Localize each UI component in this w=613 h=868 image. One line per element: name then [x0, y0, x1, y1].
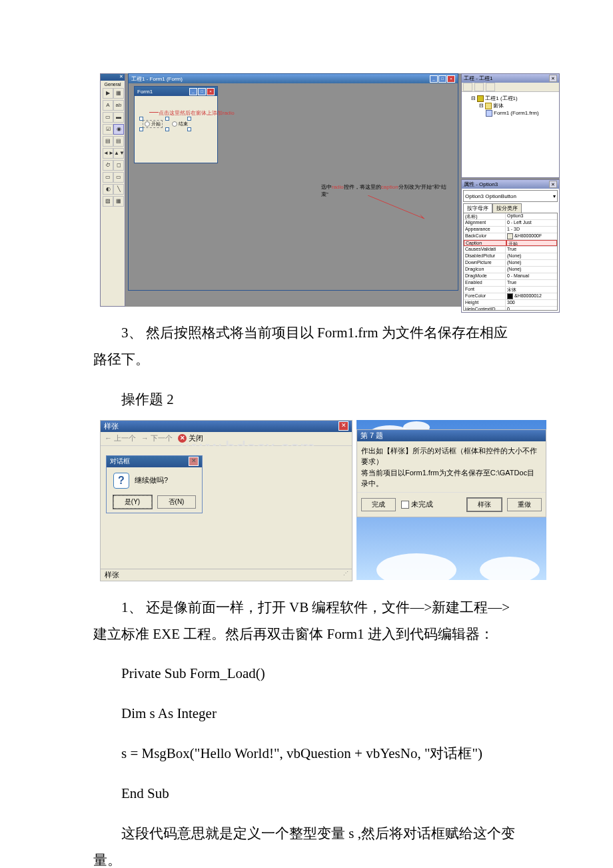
close-icon[interactable]: × — [207, 88, 215, 95]
view-object-icon[interactable] — [474, 83, 484, 91]
maximize-icon[interactable]: □ — [198, 88, 206, 95]
tool-drivelist[interactable]: ◻ — [113, 160, 124, 171]
radio-icon — [172, 121, 177, 127]
tab-categorized[interactable]: 按分类序 — [492, 203, 522, 213]
property-value[interactable]: 300 — [506, 300, 557, 306]
object-selector[interactable]: Option3 OptionButton ▾ — [463, 190, 558, 202]
property-value[interactable]: 1 - 3D — [506, 227, 557, 233]
tool-frame[interactable]: ▭ — [103, 112, 113, 123]
minimize-icon[interactable]: _ — [189, 88, 197, 95]
undone-checkbox[interactable]: 未完成 — [401, 499, 433, 509]
resize-grip-icon[interactable]: ⋰ — [343, 570, 348, 580]
nav-next-button[interactable]: → 下一个 — [141, 433, 173, 443]
tool-checkbox[interactable]: ☑ — [103, 124, 113, 135]
yes-button[interactable]: 是(Y) — [113, 495, 152, 509]
nav-close-button[interactable]: ✕ 关闭 — [178, 433, 203, 443]
tree-folder: 窗体 — [493, 103, 504, 109]
property-row[interactable]: ForeColor&H80000012 — [464, 293, 557, 300]
form-designer[interactable]: Form1 _ □ × 点击这里然后在窗体上添加radio — [134, 86, 218, 163]
property-row[interactable]: Alignment0 - Left Just — [464, 220, 557, 227]
option-label-end: 结束 — [179, 121, 188, 127]
property-row[interactable]: Height300 — [464, 300, 557, 307]
property-row[interactable]: DisabledPictur(None) — [464, 253, 557, 260]
property-value[interactable]: 0 - Manual — [506, 273, 557, 279]
nav-prev-button[interactable]: ← 上一个 — [105, 433, 136, 443]
property-value[interactable]: 宋体 — [506, 287, 557, 293]
color-swatch-icon — [507, 233, 513, 239]
project-tree[interactable]: ⊟ 工程1 (工程1) ⊟ 窗体 Form1 (Form1.frm) — [462, 92, 559, 177]
property-value[interactable]: Option3 — [506, 213, 557, 219]
property-value[interactable]: &H80000012 — [506, 293, 557, 299]
redo-button[interactable]: 重做 — [507, 498, 542, 511]
property-row[interactable]: Caption开始 — [464, 240, 557, 247]
tab-alphabetic[interactable]: 按字母序 — [463, 203, 492, 213]
tool-listbox[interactable]: ▤ — [113, 136, 124, 147]
tool-optionbutton[interactable]: ◉ — [113, 124, 124, 135]
close-icon[interactable]: × — [447, 75, 455, 83]
property-row[interactable]: BackColor&H8000000F — [464, 233, 557, 240]
property-value[interactable]: &H8000000F — [506, 233, 557, 239]
property-value[interactable]: 0 — [506, 307, 557, 311]
tool-data[interactable]: ▦ — [113, 196, 124, 207]
tool-hscroll[interactable]: ◄► — [103, 148, 113, 159]
property-row[interactable]: DragIcon(None) — [464, 267, 557, 273]
option-button-end[interactable]: 结束 — [172, 120, 188, 128]
toggle-folders-icon[interactable] — [486, 83, 495, 91]
tool-image[interactable]: ▨ — [103, 196, 113, 207]
close-icon[interactable]: ✕ — [549, 75, 557, 82]
sample-button[interactable]: 样张 — [467, 498, 502, 511]
maximize-icon[interactable]: □ — [438, 75, 446, 83]
annotation-add-radio: 点击这里然后在窗体上添加radio — [159, 109, 235, 117]
property-name: Appearance — [464, 227, 506, 233]
property-name: DragIcon — [464, 267, 506, 273]
toolbox-panel: ✕ General ▶▦Aab▭▬☑◉▤▤◄►▲▼⏱◻▭▭◐╲▨▦ — [100, 73, 125, 307]
sample-window: 样张 ✕ ← 上一个 → 下一个 ✕ 关闭 www.bdocx.com 对话框 … — [100, 420, 352, 581]
done-button[interactable]: 完成 — [361, 498, 396, 511]
property-row[interactable]: Appearance1 - 3D — [464, 227, 557, 233]
tool-timer[interactable]: ⏱ — [103, 160, 113, 171]
tool-vscroll[interactable]: ▲▼ — [113, 148, 124, 159]
close-icon[interactable]: ✕ — [189, 457, 199, 466]
close-icon[interactable]: ✕ — [119, 74, 123, 79]
option-button-start[interactable]: 开始 — [143, 120, 163, 128]
code-line: Dim s As Integer — [93, 701, 520, 727]
tool-button[interactable]: ▬ — [113, 112, 124, 123]
property-value[interactable]: True — [506, 280, 557, 286]
property-name: Height — [464, 300, 506, 306]
tool-dirlist[interactable]: ▭ — [103, 172, 113, 183]
property-row[interactable]: EnabledTrue — [464, 280, 557, 287]
tool-line[interactable]: ╲ — [113, 184, 124, 195]
properties-grid[interactable]: (名称)Option3Alignment0 - Left JustAppeara… — [463, 213, 558, 311]
tool-label[interactable]: A — [103, 100, 113, 111]
mdi-title-text: 工程1 - Form1 (Form) — [131, 75, 183, 83]
property-row[interactable]: DragMode0 - Manual — [464, 273, 557, 280]
no-button[interactable]: 否(N) — [157, 495, 196, 509]
tool-combobox[interactable]: ▤ — [103, 136, 113, 147]
dialog-title: 对话框 — [110, 457, 130, 466]
property-row[interactable]: DownPicture(None) — [464, 260, 557, 267]
tool-filelist[interactable]: ▭ — [113, 172, 124, 183]
property-value[interactable]: 开始 — [506, 240, 557, 246]
property-value[interactable]: (None) — [506, 260, 557, 266]
property-row[interactable]: CausesValidatiTrue — [464, 247, 557, 253]
chevron-down-icon: ▾ — [553, 193, 556, 199]
close-icon[interactable]: ✕ — [338, 421, 348, 431]
close-icon[interactable]: ✕ — [549, 181, 557, 188]
property-value[interactable]: True — [506, 247, 557, 253]
properties-panel: 属性 - Option3 ✕ Option3 OptionButton ▾ 按字… — [461, 179, 560, 313]
minimize-icon[interactable]: _ — [430, 75, 438, 83]
property-value[interactable]: (None) — [506, 253, 557, 259]
paragraph: 3、 然后按照格式将当前项目以 Form1.frm 为文件名保存在相应路径下。 — [93, 320, 520, 373]
tool-shape[interactable]: ◐ — [103, 184, 113, 195]
view-code-icon[interactable] — [463, 83, 472, 91]
property-row[interactable]: Font宋体 — [464, 287, 557, 293]
property-value[interactable]: (None) — [506, 267, 557, 273]
tool-textbox[interactable]: ab — [113, 100, 124, 111]
code-line: Private Sub Form_Load() — [93, 661, 520, 687]
right-dock: 工程 - 工程1 ✕ ⊟ 工程1 (工程1) ⊟ 窗体 Form1 (Form1… — [461, 73, 560, 307]
property-row[interactable]: (名称)Option3 — [464, 213, 557, 220]
tool-pointer[interactable]: ▶ — [103, 88, 113, 99]
property-row[interactable]: HelpContextID0 — [464, 307, 557, 311]
tool-picturebox[interactable]: ▦ — [113, 88, 124, 99]
property-value[interactable]: 0 - Left Just — [506, 220, 557, 226]
